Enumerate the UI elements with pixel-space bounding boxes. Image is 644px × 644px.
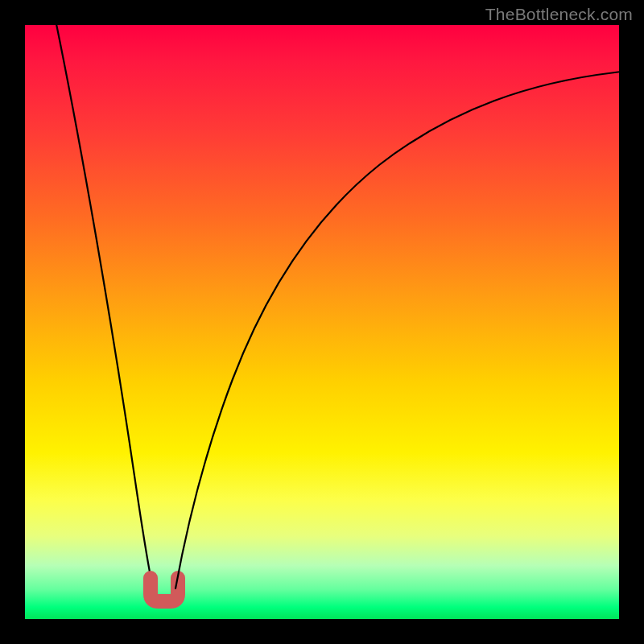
watermark-text: TheBottleneck.com xyxy=(485,5,633,24)
chart-frame: TheBottleneck.com xyxy=(0,0,644,644)
curve-layer xyxy=(25,25,619,619)
curve-left-branch xyxy=(56,20,153,588)
valley-marker xyxy=(151,578,178,601)
curve-right-branch xyxy=(175,72,622,588)
plot-area xyxy=(25,25,619,619)
